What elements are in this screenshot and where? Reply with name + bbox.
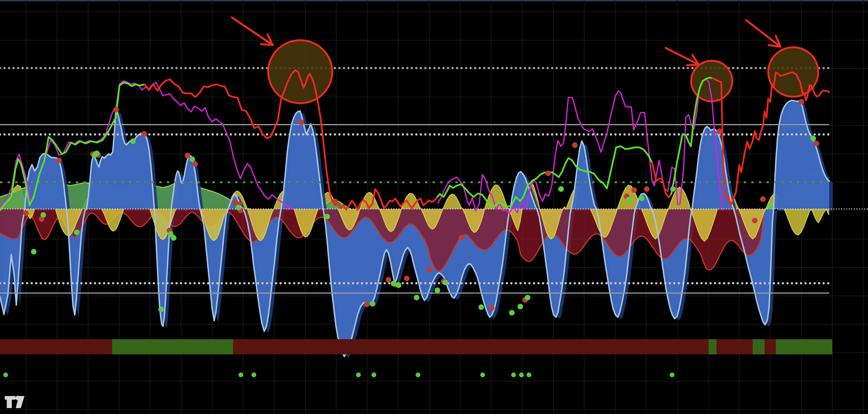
marker-green-dot bbox=[810, 136, 816, 141]
signal-dot bbox=[670, 373, 675, 378]
marker-red-dot bbox=[631, 187, 637, 193]
marker-green-dot bbox=[158, 306, 164, 312]
oscillator-chart-canvas[interactable] bbox=[0, 0, 868, 414]
marker-green-dot bbox=[518, 304, 523, 309]
marker-red-dot bbox=[752, 218, 757, 223]
marker-green-dot bbox=[189, 156, 195, 162]
marker-green-dot bbox=[442, 279, 448, 285]
marker-green-dot bbox=[525, 295, 530, 300]
marker-red-dot bbox=[192, 161, 198, 167]
trend-strip-segment-up bbox=[112, 339, 233, 354]
marker-green-dot bbox=[558, 186, 564, 192]
trend-strip-segment-up bbox=[776, 339, 832, 354]
marker-green-dot bbox=[171, 235, 177, 241]
marker-red-dot bbox=[332, 199, 338, 204]
marker-green-dot bbox=[478, 304, 484, 310]
signal-dot bbox=[3, 373, 8, 378]
trend-strip-segment-down bbox=[765, 339, 776, 354]
marker-green-dot bbox=[391, 281, 396, 286]
marker-red-dot bbox=[386, 277, 391, 283]
marker-red-dot bbox=[545, 171, 551, 176]
signal-dot bbox=[511, 373, 516, 378]
annotation-circle-1 bbox=[268, 40, 332, 103]
marker-red-dot bbox=[572, 142, 578, 148]
marker-red-dot bbox=[299, 120, 304, 125]
signal-dot bbox=[356, 373, 361, 378]
trend-strip-segment-down bbox=[716, 339, 753, 354]
trend-strip-segment-up bbox=[753, 339, 765, 354]
marker-green-dot bbox=[626, 197, 631, 203]
marker-red-dot bbox=[185, 153, 190, 158]
signal-dot bbox=[252, 373, 256, 378]
signal-dot bbox=[519, 373, 524, 378]
marker-red-dot bbox=[23, 210, 29, 216]
signal-dot bbox=[480, 373, 485, 378]
marker-red-dot bbox=[716, 128, 722, 134]
marker-green-dot bbox=[767, 204, 772, 209]
marker-green-dot bbox=[31, 249, 36, 255]
marker-red-dot bbox=[813, 141, 819, 146]
signal-dot bbox=[527, 373, 531, 378]
marker-red-dot bbox=[113, 107, 119, 113]
marker-red-dot bbox=[760, 196, 766, 202]
marker-green-dot bbox=[74, 230, 80, 235]
marker-green-dot bbox=[414, 295, 420, 300]
signal-dot bbox=[416, 373, 421, 378]
marker-green-dot bbox=[639, 196, 645, 201]
marker-red-dot bbox=[364, 301, 370, 307]
marker-red-dot bbox=[799, 99, 804, 105]
trend-state-strip bbox=[0, 339, 832, 354]
tradingview-chart-pane[interactable] bbox=[0, 0, 868, 414]
marker-green-dot bbox=[130, 138, 136, 144]
marker-green-dot bbox=[435, 288, 440, 293]
trend-strip-segment-down bbox=[233, 339, 709, 354]
signal-dot bbox=[372, 373, 376, 378]
marker-red-dot bbox=[459, 235, 464, 240]
marker-green-dot bbox=[40, 212, 46, 218]
window-top-border bbox=[0, 0, 868, 1]
trend-strip-segment-up bbox=[709, 339, 716, 354]
marker-green-dot bbox=[324, 214, 330, 219]
marker-red-dot bbox=[644, 186, 650, 192]
marker-green-dot bbox=[396, 283, 401, 288]
marker-red-dot bbox=[489, 305, 494, 311]
marker-red-dot bbox=[404, 276, 409, 281]
marker-red-dot bbox=[142, 131, 147, 137]
marker-green-dot bbox=[509, 310, 515, 316]
marker-green-dot bbox=[670, 186, 676, 192]
marker-green-dot bbox=[236, 205, 241, 210]
marker-green-dot bbox=[370, 301, 375, 306]
marker-red-dot bbox=[56, 157, 62, 163]
trend-strip-segment-down bbox=[0, 339, 112, 354]
marker-red-dot bbox=[427, 267, 432, 272]
signal-dot bbox=[239, 373, 243, 378]
marker-green-dot bbox=[94, 150, 99, 156]
